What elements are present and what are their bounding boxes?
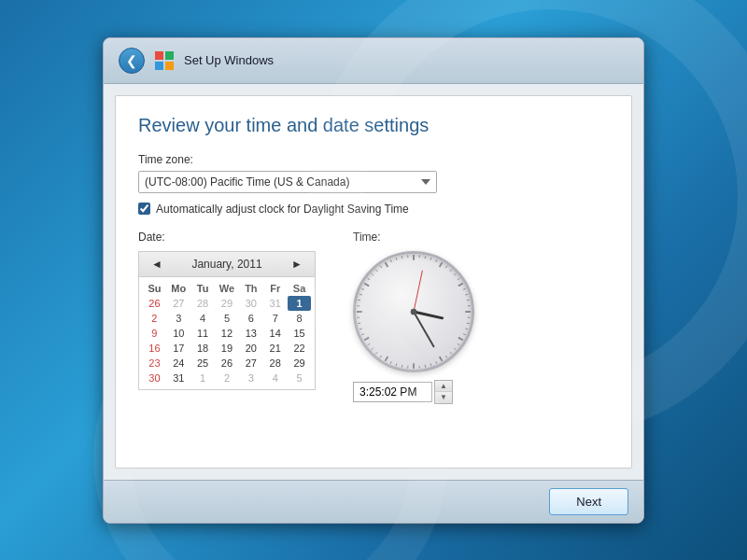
svg-line-45 bbox=[361, 333, 364, 334]
calendar-day[interactable]: 28 bbox=[191, 296, 215, 311]
svg-line-24 bbox=[458, 337, 463, 340]
back-icon: ❮ bbox=[126, 53, 137, 68]
calendar-week-4: 23242526272829 bbox=[143, 356, 311, 371]
svg-line-14 bbox=[458, 283, 463, 286]
svg-line-13 bbox=[458, 278, 459, 280]
svg-line-55 bbox=[368, 278, 370, 280]
calendar-day[interactable]: 19 bbox=[216, 341, 239, 356]
svg-line-40 bbox=[380, 356, 382, 357]
calendar-day[interactable]: 4 bbox=[263, 371, 287, 385]
calendar-day[interactable]: 13 bbox=[239, 326, 262, 341]
calendar-day[interactable]: 27 bbox=[167, 296, 190, 311]
calendar-day[interactable]: 17 bbox=[167, 341, 190, 356]
calendar-day[interactable]: 20 bbox=[239, 341, 262, 356]
dst-checkbox[interactable] bbox=[138, 203, 150, 215]
date-label: Date: bbox=[138, 231, 316, 244]
calendar-day[interactable]: 30 bbox=[239, 296, 262, 311]
calendar-day[interactable]: 3 bbox=[239, 371, 262, 385]
calendar-day[interactable]: 9 bbox=[143, 326, 166, 341]
svg-line-62 bbox=[402, 256, 402, 259]
prev-month-button[interactable]: ◄ bbox=[147, 256, 167, 273]
calendar-day[interactable]: 26 bbox=[216, 356, 239, 371]
calendar-week-0: 2627282930311 bbox=[143, 296, 311, 311]
svg-line-51 bbox=[358, 300, 360, 301]
timezone-label: Time zone: bbox=[138, 153, 609, 166]
dayname-sa: Sa bbox=[288, 281, 311, 296]
calendar-day[interactable]: 1 bbox=[288, 296, 311, 311]
calendar-day[interactable]: 1 bbox=[191, 371, 215, 385]
calendar-day[interactable]: 28 bbox=[263, 356, 287, 371]
calendar-day[interactable]: 23 bbox=[143, 356, 166, 371]
calendar-day[interactable]: 31 bbox=[263, 296, 287, 311]
back-button[interactable]: ❮ bbox=[119, 48, 145, 74]
dayname-su: Su bbox=[143, 281, 166, 296]
clock-face bbox=[353, 251, 474, 372]
time-label: Time: bbox=[353, 231, 474, 244]
calendar-grid: Su Mo Tu We Th Fr Sa 2627282930311234567… bbox=[139, 277, 315, 389]
calendar-day[interactable]: 6 bbox=[239, 311, 262, 326]
next-button[interactable]: Next bbox=[549, 488, 628, 515]
calendar-day[interactable]: 24 bbox=[167, 356, 190, 371]
svg-point-67 bbox=[411, 308, 417, 315]
calendar-day[interactable]: 27 bbox=[239, 356, 262, 371]
windows-icon bbox=[154, 50, 175, 71]
next-month-button[interactable]: ► bbox=[287, 256, 307, 273]
svg-line-46 bbox=[359, 328, 362, 329]
calendar-day[interactable]: 12 bbox=[216, 326, 239, 341]
svg-rect-1 bbox=[165, 51, 174, 60]
svg-line-59 bbox=[385, 262, 388, 267]
time-increment-button[interactable]: ▲ bbox=[435, 381, 452, 392]
time-decrement-button[interactable]: ▼ bbox=[435, 392, 452, 403]
calendar-day[interactable]: 5 bbox=[216, 311, 239, 326]
calendar-header: ◄ January, 2011 ► bbox=[139, 252, 315, 277]
calendar-day[interactable]: 5 bbox=[288, 371, 311, 385]
svg-line-26 bbox=[454, 347, 456, 349]
calendar-day[interactable]: 22 bbox=[288, 341, 311, 356]
dialog-header: ❮ Set Up Windows bbox=[104, 38, 643, 84]
svg-line-8 bbox=[436, 259, 437, 262]
dayname-th: Th bbox=[239, 281, 262, 296]
calendar-day[interactable]: 26 bbox=[143, 296, 166, 311]
calendar-week-2: 9101112131415 bbox=[143, 326, 311, 341]
calendar-day[interactable]: 7 bbox=[263, 311, 287, 326]
svg-line-11 bbox=[450, 269, 452, 271]
calendar-day[interactable]: 16 bbox=[143, 341, 166, 356]
svg-line-22 bbox=[465, 328, 468, 329]
date-time-row: Date: ◄ January, 2011 ► Su Mo Tu We bbox=[138, 231, 609, 404]
calendar-day[interactable]: 3 bbox=[167, 311, 190, 326]
calendar-day[interactable]: 11 bbox=[191, 326, 215, 341]
time-input[interactable] bbox=[353, 382, 432, 402]
calendar-day[interactable]: 14 bbox=[263, 326, 287, 341]
calendar-day[interactable]: 25 bbox=[191, 356, 215, 371]
calendar-day[interactable]: 29 bbox=[216, 296, 239, 311]
svg-line-15 bbox=[463, 288, 466, 289]
time-input-row: ▲ ▼ bbox=[353, 380, 474, 404]
calendar-day[interactable]: 2 bbox=[216, 371, 239, 385]
svg-rect-3 bbox=[165, 62, 174, 70]
dst-label[interactable]: Automatically adjust clock for Daylight … bbox=[156, 203, 409, 216]
calendar-day[interactable]: 18 bbox=[191, 341, 215, 356]
calendar-day[interactable]: 30 bbox=[143, 371, 166, 385]
timezone-select[interactable]: (UTC-08:00) Pacific Time (US & Canada) (… bbox=[138, 171, 437, 193]
calendar-day[interactable]: 15 bbox=[288, 326, 311, 341]
svg-line-28 bbox=[445, 356, 447, 357]
calendar-day[interactable]: 2 bbox=[143, 311, 166, 326]
calendar-day[interactable]: 10 bbox=[167, 326, 190, 341]
calendar-month-year: January, 2011 bbox=[191, 258, 261, 271]
svg-line-31 bbox=[430, 363, 431, 366]
svg-line-38 bbox=[390, 361, 391, 364]
svg-line-47 bbox=[358, 323, 360, 324]
calendar-day[interactable]: 8 bbox=[288, 311, 311, 326]
svg-line-58 bbox=[380, 265, 382, 267]
svg-line-29 bbox=[440, 356, 443, 360]
calendar-day[interactable]: 31 bbox=[167, 371, 190, 385]
svg-line-25 bbox=[458, 343, 459, 345]
calendar-day[interactable]: 29 bbox=[288, 356, 311, 371]
calendar-day[interactable]: 4 bbox=[191, 311, 215, 326]
calendar-day[interactable]: 21 bbox=[263, 341, 287, 356]
svg-line-53 bbox=[361, 288, 364, 289]
calendar: ◄ January, 2011 ► Su Mo Tu We Th Fr bbox=[138, 251, 316, 390]
svg-line-21 bbox=[467, 323, 470, 324]
svg-line-65 bbox=[414, 312, 433, 346]
svg-line-9 bbox=[440, 262, 443, 267]
